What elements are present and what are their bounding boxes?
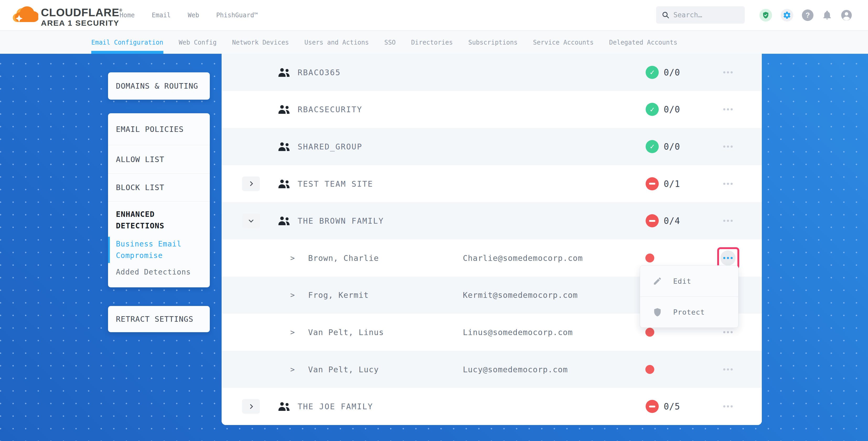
nav-item-email[interactable]: Email bbox=[152, 11, 171, 19]
sidebar-item-retract-settings[interactable]: RETRACT SETTINGS bbox=[108, 306, 210, 332]
tab-service-accounts[interactable]: Service Accounts bbox=[533, 31, 594, 54]
group-icon bbox=[277, 401, 291, 412]
main-content: DOMAINS & ROUTING EMAIL POLICIES ALLOW L… bbox=[0, 54, 868, 441]
nav-item-web[interactable]: Web bbox=[188, 11, 199, 19]
tab-delegated-accounts[interactable]: Delegated Accounts bbox=[609, 31, 677, 54]
context-menu-item-protect[interactable]: Protect bbox=[640, 296, 738, 327]
top-nav: Home Email Web PhishGuard™ bbox=[120, 0, 258, 30]
chevron-right-icon bbox=[248, 404, 253, 409]
sidebar-item-block-list[interactable]: BLOCK LIST bbox=[108, 173, 210, 201]
tab-users-and-actions[interactable]: Users and Actions bbox=[305, 31, 369, 54]
member-email: Lucy@somedemocorp.com bbox=[463, 365, 568, 374]
table-row-group: THE JOE FAMILY 0/5 bbox=[222, 388, 762, 425]
table-row-group: TEST TEAM SITE 0/1 bbox=[222, 165, 762, 202]
brand-text: CLOUDFLARE® AREA 1 SECURITY bbox=[41, 4, 122, 28]
sidebar-item-business-email-compromise[interactable]: Business Email Compromise bbox=[116, 238, 194, 261]
status-alert-badge bbox=[646, 177, 659, 190]
shield-icon bbox=[653, 308, 662, 317]
context-menu-label: Edit bbox=[673, 277, 691, 285]
sidebar-label: ALLOW LIST bbox=[116, 155, 164, 164]
member-name: Brown, Charlie bbox=[308, 253, 379, 262]
row-menu-button[interactable] bbox=[722, 103, 734, 115]
cloudflare-logo[interactable]: CLOUDFLARE® AREA 1 SECURITY bbox=[10, 4, 122, 28]
row-menu-button[interactable] bbox=[722, 66, 734, 78]
member-email: Kermit@somedemocorp.com bbox=[463, 290, 578, 300]
sidebar-item-email-policies[interactable]: EMAIL POLICIES bbox=[108, 113, 210, 145]
protected-count: 0/0 bbox=[664, 141, 680, 152]
context-menu-item-edit[interactable]: Edit bbox=[640, 265, 738, 296]
member-chevron[interactable]: > bbox=[290, 328, 295, 336]
sidebar-item-added-detections[interactable]: Added Detections bbox=[116, 268, 210, 276]
status-alert-badge bbox=[646, 400, 659, 413]
sidebar-item-allow-list[interactable]: ALLOW LIST bbox=[108, 145, 210, 173]
sidebar-section-enhanced-detections: ENHANCED DETECTIONS Business Email Compr… bbox=[108, 201, 210, 287]
tab-web-config[interactable]: Web Config bbox=[179, 31, 217, 54]
collapse-button[interactable] bbox=[242, 213, 260, 228]
protected-count: 0/0 bbox=[664, 67, 680, 77]
nav-item-phishguard[interactable]: PhishGuard™ bbox=[216, 11, 258, 19]
tab-subscriptions[interactable]: Subscriptions bbox=[468, 31, 518, 54]
table-row-group: RBACSECURITY 0/0 bbox=[222, 91, 762, 128]
tab-email-configuration[interactable]: Email Configuration bbox=[91, 31, 163, 54]
search-input[interactable] bbox=[674, 11, 734, 19]
sidebar-item-domains-routing[interactable]: DOMAINS & ROUTING bbox=[108, 72, 210, 100]
gear-icon[interactable] bbox=[781, 9, 793, 22]
member-name: Frog, Kermit bbox=[308, 290, 369, 300]
tab-directories[interactable]: Directories bbox=[411, 31, 453, 54]
help-icon[interactable] bbox=[802, 9, 813, 21]
app-header: CLOUDFLARE® AREA 1 SECURITY Home Email W… bbox=[0, 0, 868, 31]
sidebar-label: RETRACT SETTINGS bbox=[116, 315, 193, 323]
chevron-down-icon bbox=[249, 218, 253, 222]
expand-button[interactable] bbox=[242, 399, 260, 414]
member-name: Van Pelt, Lucy bbox=[308, 365, 379, 374]
protected-count: 0/0 bbox=[664, 104, 680, 115]
row-menu-button[interactable] bbox=[722, 400, 734, 412]
table-row-group: THE BROWN FAMILY 0/4 bbox=[222, 202, 762, 240]
group-name: THE BROWN FAMILY bbox=[298, 216, 384, 225]
config-tab-bar: Email Configuration Web Config Network D… bbox=[0, 31, 868, 54]
status-alert-dot bbox=[645, 365, 654, 374]
sidebar-label-active: Business Email Compromise bbox=[116, 238, 194, 261]
member-email: Charlie@somedemocorp.com bbox=[463, 253, 583, 262]
group-name: RBACO365 bbox=[298, 68, 341, 77]
brand-subtitle: AREA 1 SECURITY bbox=[41, 19, 122, 28]
row-menu-button[interactable] bbox=[722, 178, 734, 190]
bell-icon[interactable] bbox=[822, 10, 832, 20]
sidebar-heading-enhanced-detections[interactable]: ENHANCED DETECTIONS bbox=[116, 209, 200, 231]
status-alert-badge bbox=[646, 214, 659, 227]
row-menu-button[interactable] bbox=[722, 140, 734, 153]
protected-count: 0/5 bbox=[664, 401, 680, 412]
brand-name: CLOUDFLARE bbox=[41, 6, 119, 19]
row-menu-button-active[interactable] bbox=[720, 250, 736, 265]
member-email: Linus@somedemocorp.com bbox=[463, 327, 573, 337]
search-box[interactable] bbox=[656, 6, 745, 24]
member-name: Van Pelt, Linus bbox=[308, 327, 384, 337]
row-menu-button[interactable] bbox=[722, 326, 734, 338]
sidebar-label: EMAIL POLICIES bbox=[116, 125, 184, 134]
member-chevron[interactable]: > bbox=[290, 254, 295, 262]
context-menu-label: Protect bbox=[673, 308, 705, 316]
avatar-icon[interactable] bbox=[841, 9, 852, 21]
group-name: THE JOE FAMILY bbox=[298, 402, 373, 411]
group-icon bbox=[277, 179, 291, 189]
nav-item-home[interactable]: Home bbox=[120, 11, 135, 19]
status-alert-dot bbox=[645, 328, 654, 337]
chevron-right-icon bbox=[248, 181, 253, 186]
sidebar-card-email-policies: EMAIL POLICIES ALLOW LIST BLOCK LIST ENH… bbox=[108, 113, 210, 287]
member-chevron[interactable]: > bbox=[290, 291, 295, 300]
tab-sso[interactable]: SSO bbox=[384, 31, 396, 54]
row-menu-button[interactable] bbox=[722, 215, 734, 227]
status-alert-dot bbox=[645, 254, 654, 262]
row-menu-button[interactable] bbox=[722, 364, 734, 375]
pencil-icon bbox=[653, 276, 662, 286]
group-icon bbox=[277, 104, 291, 115]
status-ok-badge bbox=[646, 66, 659, 79]
expand-button[interactable] bbox=[242, 177, 260, 191]
shield-check-icon[interactable] bbox=[760, 9, 772, 22]
status-ok-badge bbox=[646, 103, 659, 116]
status-ok-badge bbox=[646, 140, 659, 153]
header-icon-group bbox=[760, 0, 852, 30]
member-chevron[interactable]: > bbox=[290, 365, 295, 374]
groups-table: RBACO365 0/0 RBACSECURITY 0/0 SHARED_GRO… bbox=[222, 54, 762, 425]
tab-network-devices[interactable]: Network Devices bbox=[232, 31, 289, 54]
